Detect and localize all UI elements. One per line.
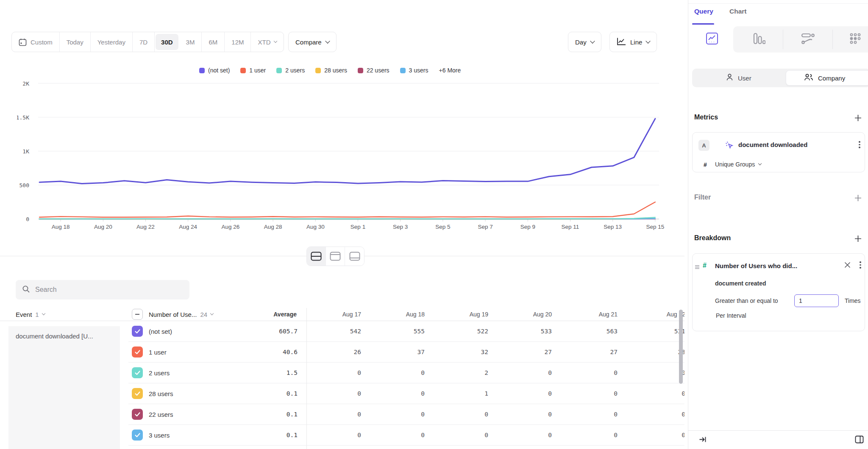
cell-value: 522 [431, 328, 494, 335]
cell-value: 563 [558, 328, 623, 335]
range-custom[interactable]: Custom [12, 32, 60, 52]
tab-chart[interactable]: Chart [729, 8, 746, 15]
cell-value: 555 [367, 328, 431, 335]
chart-type-bar-button[interactable] [735, 26, 783, 53]
line-chart[interactable]: 05001K1.5K2KAug 18Aug 20Aug 22Aug 24Aug … [17, 79, 678, 231]
search-input[interactable] [35, 286, 175, 294]
metric-card[interactable]: A document downloaded # Unique Groups [692, 132, 865, 172]
chart-type-flow-button[interactable] [784, 26, 832, 53]
y-axis-label: 1K [22, 148, 29, 155]
close-icon[interactable] [844, 262, 851, 270]
people-icon [804, 73, 813, 83]
range-12m[interactable]: 12M [225, 32, 251, 52]
panel-top-hairline [688, 3, 868, 4]
legend-item[interactable]: (not set) [199, 67, 230, 74]
flow-chart-icon [801, 33, 815, 46]
interval-button[interactable]: Day [568, 32, 601, 52]
y-axis-label: 500 [19, 182, 29, 188]
legend-item[interactable]: 22 users [358, 67, 389, 74]
layout-split-button[interactable] [307, 247, 326, 266]
table-body: (not set)605.75425555225335635311 user40… [128, 321, 684, 446]
legend-item[interactable]: 3 users [400, 67, 428, 74]
add-filter-button[interactable] [853, 193, 863, 203]
cell-value: 0 [367, 432, 431, 438]
chevron-down-icon [42, 311, 45, 315]
date-column-header: Aug 18 [367, 311, 431, 318]
add-metric-button[interactable] [853, 113, 863, 123]
range-yesterday[interactable]: Yesterday [91, 32, 133, 52]
range-30d[interactable]: 30D [156, 34, 178, 50]
bar-chart-icon [753, 33, 765, 46]
legend-item[interactable]: 28 users [315, 67, 347, 74]
legend-swatch [240, 68, 246, 73]
breakdown-event-name[interactable]: document created [715, 280, 766, 287]
range-6m[interactable]: 6M [202, 32, 225, 52]
row-checkbox[interactable] [132, 326, 143, 337]
range-3m[interactable]: 3M [179, 32, 202, 52]
table-scrollbar[interactable] [679, 310, 683, 384]
range-label: Yesterday [97, 39, 125, 46]
layout-top-button[interactable] [326, 247, 345, 266]
chart-legend: (not set)1 user2 users28 users22 users3 … [199, 66, 461, 75]
measure-dropdown[interactable]: Unique Groups [715, 161, 761, 168]
x-axis-label: Sep 5 [435, 224, 450, 230]
metric-kebab-menu[interactable] [859, 141, 860, 148]
cell-value: 0 [494, 369, 558, 376]
group-column-header[interactable]: Number of Use... 24 [149, 311, 253, 318]
select-all-checkbox[interactable] [132, 309, 143, 320]
legend-label: 1 user [249, 67, 266, 74]
row-label: 2 users [149, 369, 253, 377]
entity-company-button[interactable]: Company [786, 70, 868, 86]
tab-query[interactable]: Query [694, 8, 713, 15]
chart-type-button[interactable]: Line [609, 32, 657, 52]
chart-type-line-button[interactable] [688, 26, 736, 53]
row-checkbox[interactable] [132, 367, 143, 378]
cell-value: 0 [431, 432, 494, 438]
event-column-header[interactable]: Event 1 [0, 311, 128, 318]
cell-value: 0 [431, 411, 494, 418]
legend-item[interactable]: 1 user [240, 67, 266, 74]
chevron-down-icon [210, 311, 214, 315]
row-checkbox[interactable] [132, 409, 143, 420]
cell-value: 0 [367, 411, 431, 418]
checkbox-cell [128, 367, 149, 378]
event-cell[interactable]: document downloaded [U... [8, 326, 120, 449]
cell-value: 0 [303, 411, 367, 418]
cell-value: 27 [494, 349, 558, 355]
row-checkbox[interactable] [132, 430, 143, 441]
range-xtd[interactable]: XTD [251, 32, 284, 52]
table-row: 22 users0.1000000 [128, 404, 684, 425]
x-axis-label: Sep 15 [646, 224, 665, 230]
cell-value: 0 [494, 411, 558, 418]
cell-value: 0 [494, 390, 558, 397]
range-today[interactable]: Today [60, 32, 91, 52]
condition-value-input[interactable] [794, 294, 839, 307]
average-value: 1.5 [253, 369, 303, 376]
split-view-icon[interactable] [855, 435, 864, 445]
row-checkbox[interactable] [132, 388, 143, 399]
condition-label[interactable]: Greater than or equal to [715, 297, 778, 304]
chart-type-matrix-button[interactable] [832, 26, 868, 53]
row-checkbox[interactable] [132, 346, 143, 358]
cell-value: 0 [367, 369, 431, 376]
legend-more-button[interactable]: +6 More [439, 67, 461, 74]
breakdown-title[interactable]: Number of Users who did... [715, 262, 797, 269]
per-interval-label[interactable]: Per Interval [716, 312, 746, 319]
table-row: 2 users1.5002000 [128, 363, 684, 383]
breakdown-card[interactable]: # Number of Users who did... document cr… [692, 253, 865, 331]
row-label: 3 users [149, 432, 253, 439]
breakdown-kebab-menu[interactable] [860, 261, 861, 269]
layout-bottom-button[interactable] [345, 247, 364, 266]
chevron-down-icon [274, 39, 277, 42]
collapse-panel-icon[interactable] [699, 436, 707, 445]
breakdown-heading: Breakdown [694, 234, 731, 242]
metric-event-name[interactable]: document downloaded [738, 141, 807, 148]
compare-button[interactable]: Compare [288, 32, 337, 52]
legend-item[interactable]: 2 users [276, 67, 305, 74]
entity-user-button[interactable]: User [726, 69, 751, 87]
cell-value: 2 [431, 369, 494, 376]
cell-value: 0 [303, 369, 367, 376]
range-7d[interactable]: 7D [133, 32, 155, 52]
drag-handle-icon[interactable] [695, 263, 700, 271]
add-breakdown-button[interactable] [853, 233, 863, 244]
